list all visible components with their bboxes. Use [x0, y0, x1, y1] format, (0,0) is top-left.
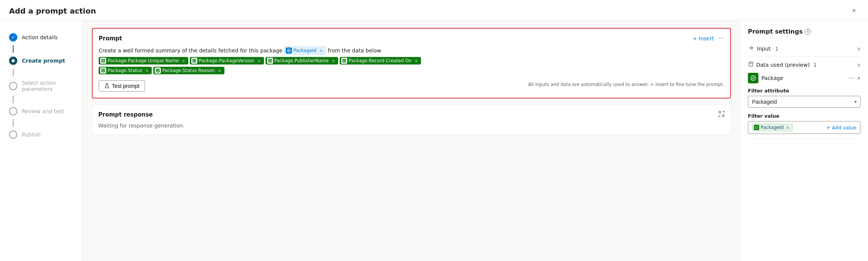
tag-chip-5[interactable]: Package.Status Reason ×	[153, 67, 224, 74]
main-layout: ✓ Action details Create prompt Select ac…	[0, 20, 868, 261]
sidebar-connector-2	[13, 69, 14, 76]
tag-chip-3[interactable]: Package.Record Created On ×	[340, 57, 421, 64]
filter-attribute-label: Filter attribute	[748, 88, 860, 94]
data-used-label: Data used (preview)	[756, 62, 810, 68]
input-section[interactable]: Input 1 ∨	[748, 41, 860, 57]
tag-chip-0[interactable]: Package.Package Unique Name ×	[99, 57, 188, 64]
tag-chip-2[interactable]: Package.PublisherName ×	[265, 57, 338, 64]
input-chevron-icon[interactable]: ∨	[857, 46, 860, 51]
info-icon[interactable]: i	[805, 29, 811, 35]
tag-chip-close-4[interactable]: ×	[145, 68, 149, 73]
package-more-button[interactable]: ···	[848, 75, 854, 82]
step-circle-5	[9, 130, 17, 139]
input-chip-packageid[interactable]: PackageId ×	[284, 46, 326, 55]
filter-attribute-wrapper: PackageId ▾	[748, 96, 860, 108]
expand-icon[interactable]	[719, 111, 725, 118]
data-used-title: Data used (preview) 1	[748, 61, 817, 68]
checkmark-icon: ✓	[11, 35, 15, 40]
svg-point-17	[755, 126, 758, 129]
prompt-tags-line-2: Package.Status × Package.Status Reason ×	[99, 67, 724, 74]
prompt-actions: + Insert ···	[693, 35, 724, 42]
package-collapse-button[interactable]: ∧	[857, 75, 860, 81]
beaker-icon	[104, 83, 110, 89]
filter-value-chip[interactable]: PackageId ×	[752, 124, 793, 131]
input-count: 1	[775, 46, 778, 52]
tag-chip-icon-1	[191, 58, 197, 64]
response-header: Prompt response	[98, 111, 725, 118]
chip-icon-packageid	[286, 48, 292, 54]
sidebar-item-create-prompt[interactable]: Create prompt	[6, 53, 76, 69]
tag-chip-label-3: Package.Record Created On	[349, 58, 412, 63]
tag-chip-close-2[interactable]: ×	[332, 58, 335, 63]
sidebar-label-select-params: Select action parameters	[22, 80, 73, 92]
prompt-header: Prompt + Insert ···	[99, 35, 724, 42]
sidebar-connector-3	[13, 96, 14, 103]
dialog-title: Add a prompt action	[9, 6, 96, 15]
data-used-chevron-icon[interactable]: ∧	[857, 62, 860, 68]
sidebar-label-action-details: Action details	[22, 34, 58, 40]
tag-chip-close-0[interactable]: ×	[182, 58, 185, 63]
close-button[interactable]: ×	[849, 5, 859, 16]
prompt-tags-line: Package.Package Unique Name × Package.Pa…	[99, 57, 724, 64]
filter-section: Filter attribute PackageId ▾ Filter valu…	[748, 88, 860, 134]
sidebar-item-review-test[interactable]: Review and test	[6, 103, 76, 119]
prompt-more-button[interactable]: ···	[719, 35, 724, 42]
tag-chip-label-1: Package.PackageVersion	[199, 58, 254, 63]
response-box: Prompt response Waiting for response gen…	[92, 104, 731, 135]
prompt-text-after: from the data below	[328, 48, 381, 54]
prompt-text-before: Create a well formed summary of the deta…	[99, 48, 282, 54]
tag-chip-label-5: Package.Status Reason	[162, 68, 215, 73]
prompt-title: Prompt	[99, 35, 122, 42]
tag-chip-1[interactable]: Package.PackageVersion ×	[190, 57, 264, 64]
sidebar-item-publish[interactable]: Publish	[6, 127, 76, 143]
sidebar-label-publish: Publish	[22, 132, 41, 138]
tag-chip-label-2: Package.PublisherName	[275, 58, 329, 63]
data-used-count: 1	[813, 62, 817, 68]
response-title: Prompt response	[98, 111, 153, 118]
test-prompt-button[interactable]: Test prompt	[99, 80, 145, 92]
package-item-left: Package	[748, 73, 783, 83]
package-item-right: ··· ∧	[848, 75, 860, 82]
input-chip-close[interactable]: ×	[319, 48, 323, 53]
filter-value-label: Filter value	[748, 113, 860, 119]
right-panel-title: Prompt settings i	[748, 28, 860, 35]
tag-chip-icon-5	[155, 68, 161, 74]
filter-value-box: PackageId × + Add value	[748, 121, 860, 134]
sidebar-connector-4	[13, 119, 14, 127]
tag-chip-4[interactable]: Package.Status ×	[99, 67, 152, 74]
sidebar-label-review-test: Review and test	[22, 108, 64, 114]
tag-chip-icon-2	[267, 58, 273, 64]
input-arrow-icon	[748, 45, 754, 52]
response-waiting-text: Waiting for response generation.	[98, 123, 725, 129]
right-panel: Prompt settings i Input 1 ∨	[740, 20, 868, 261]
data-used-section: Data used (preview) 1 ∧ Package	[748, 57, 860, 139]
input-label: Input	[757, 46, 770, 52]
package-green-icon	[748, 73, 758, 83]
step-circle-1: ✓	[9, 33, 17, 41]
package-name: Package	[761, 75, 783, 81]
dialog-header: Add a prompt action ×	[0, 0, 868, 20]
right-panel-title-text: Prompt settings	[748, 28, 802, 35]
svg-point-15	[749, 62, 753, 63]
tag-chip-label-4: Package.Status	[108, 68, 142, 73]
sidebar-item-select-params[interactable]: Select action parameters	[6, 76, 76, 96]
filter-chip-label: PackageId	[761, 125, 784, 130]
tag-chip-close-1[interactable]: ×	[257, 58, 261, 63]
prompt-box: Prompt + Insert ··· Create a well formed…	[92, 28, 731, 98]
sidebar-item-action-details[interactable]: ✓ Action details	[6, 29, 76, 45]
filter-chip-icon	[754, 125, 759, 130]
tag-chip-close-5[interactable]: ×	[218, 68, 221, 73]
insert-button[interactable]: + Insert	[693, 35, 714, 41]
sidebar-label-create-prompt: Create prompt	[22, 58, 65, 64]
input-section-left: Input 1	[748, 45, 778, 52]
add-value-button[interactable]: + Add value	[826, 125, 856, 130]
tag-chip-close-3[interactable]: ×	[415, 58, 418, 63]
sidebar: ✓ Action details Create prompt Select ac…	[0, 20, 83, 261]
filter-attribute-select[interactable]: PackageId	[748, 96, 860, 108]
filter-chip-close[interactable]: ×	[786, 125, 789, 130]
package-item: Package ··· ∧	[748, 73, 860, 83]
step-circle-3	[9, 82, 17, 90]
content-area: Prompt + Insert ··· Create a well formed…	[83, 20, 740, 261]
data-cylinder-icon	[748, 61, 754, 68]
tag-chip-label-0: Package.Package Unique Name	[108, 58, 179, 63]
